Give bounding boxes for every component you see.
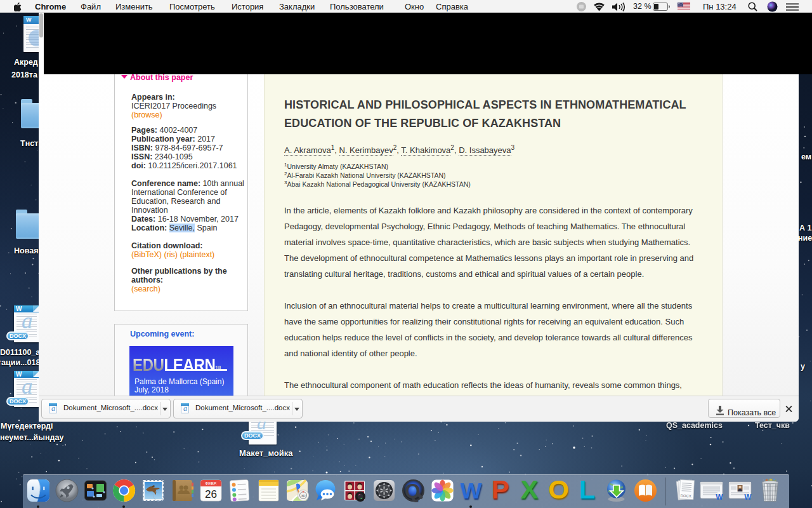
svg-text:W: W	[744, 493, 752, 502]
svg-text:ФЕВР.: ФЕВР.	[205, 481, 217, 486]
svg-text:DOCX: DOCX	[680, 494, 691, 498]
svg-text:26: 26	[205, 488, 217, 500]
svg-text:Q: Q	[405, 479, 421, 502]
svg-text:W: W	[461, 479, 483, 503]
svg-text:L: L	[579, 479, 596, 503]
svg-text:O: O	[548, 479, 569, 503]
svg-text:3D: 3D	[301, 494, 305, 498]
svg-text:P: P	[491, 479, 509, 503]
svg-text:X: X	[520, 479, 538, 503]
svg-text:W: W	[716, 493, 723, 502]
